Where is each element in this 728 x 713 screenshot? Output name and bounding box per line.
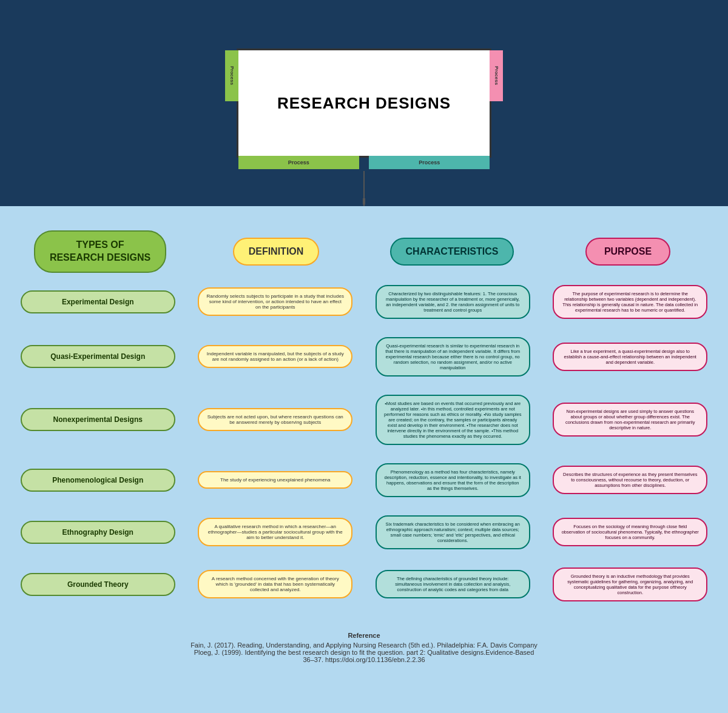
header-characteristics-cell: CHARACTERISTICS: [374, 230, 529, 273]
header-definition-cell: DEFINITION: [198, 230, 353, 273]
purpose-cell-0: The purpose of experimental research is …: [553, 285, 707, 319]
type-cell-3: Phenomenological Design: [21, 469, 175, 492]
content-row-1: Quasi-Experimental Design Independent va…: [12, 337, 716, 377]
definition-cell-0: Randomly selects subjects to participate…: [198, 287, 352, 316]
headers-row: TYPES OF RESEARCH DESIGNS DEFINITION CHA…: [0, 206, 728, 285]
type-pill-2: Nonexperimental Designs: [21, 408, 175, 431]
characteristics-pill-2: •Most studies are based on events that o…: [376, 395, 530, 445]
header-types-cell: TYPES OF RESEARCH DESIGNS: [22, 230, 177, 273]
type-cell-0: Experimental Design: [21, 290, 175, 313]
bottom-section: TYPES OF RESEARCH DESIGNS DEFINITION CHA…: [0, 206, 728, 713]
header-definition: DEFINITION: [233, 238, 320, 266]
characteristics-pill-1: Quasi-experimental research is similar t…: [376, 337, 530, 377]
purpose-pill-5: Grounded theory is an inductive methodol…: [553, 567, 707, 601]
content-row-2: Nonexperimental Designs Subjects are not…: [12, 395, 716, 445]
reference-line3: 36–37. https://doi.org/10.1136/ebn.2.2.3…: [12, 656, 716, 663]
characteristics-cell-1: Quasi-experimental research is similar t…: [376, 337, 530, 377]
content-row-4: Ethnography Design A qualitative researc…: [12, 515, 716, 549]
characteristics-cell-5: The defining characteristics of grounded…: [376, 570, 530, 598]
definition-pill-3: The study of experiencing unexplained ph…: [198, 471, 352, 489]
definition-cell-1: Independent variable is manipulated, but…: [198, 345, 352, 368]
type-pill-1: Quasi-Experimental Design: [21, 345, 175, 368]
purpose-pill-4: Focuses on the sociology of meaning thro…: [553, 518, 707, 546]
process-tab-bottom-right: Process: [369, 156, 490, 169]
main-title: RESEARCH DESIGNS: [277, 94, 451, 113]
characteristics-cell-3: Phenomenology as a method has four chara…: [376, 463, 530, 497]
type-cell-2: Nonexperimental Designs: [21, 408, 175, 431]
characteristics-pill-5: The defining characteristics of grounded…: [376, 570, 530, 598]
content-row-3: Phenomenological Design The study of exp…: [12, 463, 716, 497]
type-cell-1: Quasi-Experimental Design: [21, 345, 175, 368]
characteristics-cell-4: Six trademark characteristics to be cons…: [376, 515, 530, 549]
definition-pill-4: A qualitative research method in which a…: [198, 518, 352, 546]
characteristics-cell-2: •Most studies are based on events that o…: [376, 395, 530, 445]
reference-title: Reference: [12, 632, 716, 639]
process-tab-right: Process: [490, 50, 503, 101]
process-tab-bottom-left: Process: [238, 156, 359, 169]
type-cell-4: Ethnography Design: [21, 521, 175, 544]
definition-cell-3: The study of experiencing unexplained ph…: [198, 471, 352, 489]
main-arrow: [363, 171, 365, 207]
purpose-cell-5: Grounded theory is an inductive methodol…: [553, 567, 707, 601]
definition-pill-2: Subjects are not acted upon, but where r…: [198, 408, 352, 431]
purpose-pill-3: Describes the structures of experience a…: [553, 466, 707, 494]
characteristics-pill-0: Characterized by two distinguishable fea…: [376, 285, 530, 319]
reference-line1: Fain, J. (2017). Reading, Understanding,…: [12, 641, 716, 649]
header-purpose: PURPOSE: [585, 238, 670, 266]
content-row-0: Experimental Design Randomly selects sub…: [12, 285, 716, 319]
definition-pill-5: A research method concerned with the gen…: [198, 570, 352, 598]
type-pill-3: Phenomenological Design: [21, 469, 175, 492]
characteristics-pill-4: Six trademark characteristics to be cons…: [376, 515, 530, 549]
definition-cell-5: A research method concerned with the gen…: [198, 570, 352, 598]
top-section: Process Process RESEARCH DESIGNS Process…: [0, 0, 728, 206]
purpose-pill-0: The purpose of experimental research is …: [553, 285, 707, 319]
characteristics-cell-0: Characterized by two distinguishable fea…: [376, 285, 530, 319]
type-pill-4: Ethnography Design: [21, 521, 175, 544]
purpose-cell-1: Like a true experiment, a quasi-experime…: [553, 343, 707, 371]
header-types: TYPES OF RESEARCH DESIGNS: [34, 230, 166, 273]
purpose-pill-1: Like a true experiment, a quasi-experime…: [553, 343, 707, 371]
reference-section: Reference Fain, J. (2017). Reading, Unde…: [0, 620, 728, 675]
definition-pill-0: Randomly selects subjects to participate…: [198, 287, 352, 316]
definition-pill-1: Independent variable is manipulated, but…: [198, 345, 352, 368]
definition-cell-4: A qualitative research method in which a…: [198, 518, 352, 546]
content-row-5: Grounded Theory A research method concer…: [12, 567, 716, 601]
header-characteristics: CHARACTERISTICS: [390, 238, 514, 266]
content-rows: Experimental Design Randomly selects sub…: [0, 285, 728, 601]
type-cell-5: Grounded Theory: [21, 573, 175, 596]
header-purpose-cell: PURPOSE: [550, 230, 705, 273]
purpose-cell-3: Describes the structures of experience a…: [553, 466, 707, 494]
purpose-pill-2: Non-experimental designs are used simply…: [553, 403, 707, 437]
characteristics-pill-3: Phenomenology as a method has four chara…: [376, 463, 530, 497]
process-tab-left: Process: [225, 50, 238, 101]
main-box: Process Process RESEARCH DESIGNS Process…: [237, 49, 491, 158]
purpose-cell-2: Non-experimental designs are used simply…: [553, 403, 707, 437]
type-pill-5: Grounded Theory: [21, 573, 175, 596]
purpose-cell-4: Focuses on the sociology of meaning thro…: [553, 518, 707, 546]
type-pill-0: Experimental Design: [21, 290, 175, 313]
reference-line2: Ploeg, J. (1999). Identifying the best r…: [12, 649, 716, 656]
definition-cell-2: Subjects are not acted upon, but where r…: [198, 408, 352, 431]
